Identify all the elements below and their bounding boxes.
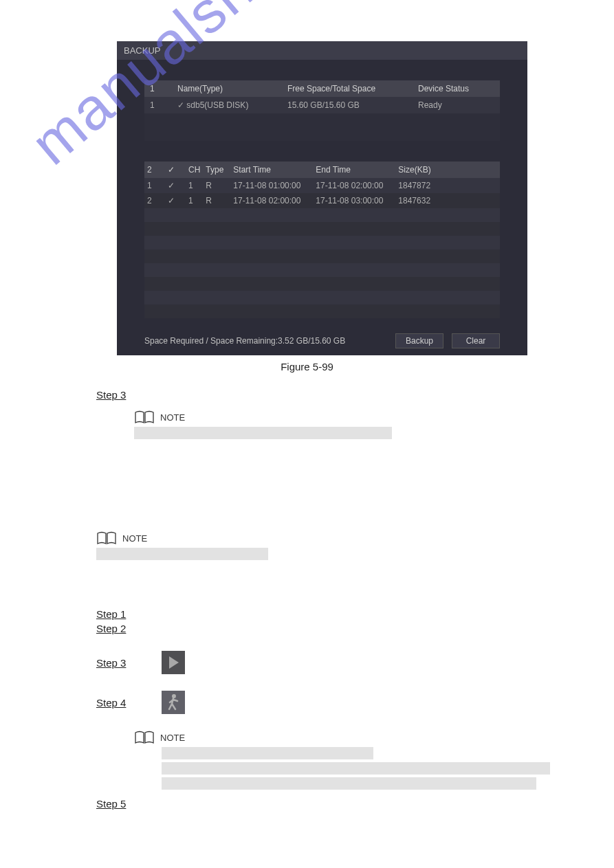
device-table: 1 Name(Type) Free Space/Total Space Devi… bbox=[144, 80, 500, 141]
device-col-status: Device Status bbox=[413, 80, 500, 97]
file-blank-row bbox=[144, 277, 500, 291]
file-col-count: 2 bbox=[144, 162, 165, 178]
file-blank-row bbox=[144, 222, 500, 236]
svg-point-0 bbox=[172, 694, 176, 698]
file-row-type: R bbox=[203, 178, 230, 193]
note-block: NOTE bbox=[96, 531, 600, 545]
file-row-type: R bbox=[203, 193, 230, 208]
file-row-ch: 1 bbox=[186, 178, 203, 193]
file-row-end: 17-11-08 02:00:00 bbox=[313, 178, 395, 193]
step-3-label: Step 3 bbox=[96, 389, 126, 401]
file-col-check[interactable]: ✓ bbox=[165, 162, 186, 178]
backup-window: BACKUP 1 Name(Type) Free Space/Total Spa… bbox=[117, 41, 527, 355]
device-row-name: ✓ sdb5(USB DISK) bbox=[172, 97, 282, 113]
file-col-start: Start Time bbox=[230, 162, 313, 178]
file-row-check[interactable]: ✓ bbox=[165, 193, 186, 208]
note-book-icon bbox=[134, 731, 155, 744]
note-book-icon bbox=[134, 410, 155, 424]
file-row-idx: 2 bbox=[144, 193, 165, 208]
redacted-text bbox=[134, 427, 392, 439]
file-row[interactable]: 2 ✓ 1 R 17-11-08 02:00:00 17-11-08 03:00… bbox=[144, 193, 500, 208]
device-row[interactable]: 1 ✓ sdb5(USB DISK) 15.60 GB/15.60 GB Rea… bbox=[144, 97, 500, 113]
file-row[interactable]: 1 ✓ 1 R 17-11-08 01:00:00 17-11-08 02:00… bbox=[144, 178, 500, 193]
check-icon: ✓ bbox=[177, 100, 184, 110]
space-status-text: Space Required / Space Remaining:3.52 GB… bbox=[144, 336, 387, 346]
step-3b-label: Step 3 bbox=[96, 657, 134, 669]
step-5-label: Step 5 bbox=[96, 798, 126, 810]
redacted-text bbox=[96, 548, 268, 560]
pedestrian-icon bbox=[162, 691, 185, 714]
file-table: 2 ✓ CH Type Start Time End Time Size(KB)… bbox=[144, 162, 500, 318]
file-row-check[interactable]: ✓ bbox=[165, 178, 186, 193]
note-label: NOTE bbox=[122, 533, 147, 544]
redacted-text bbox=[162, 747, 373, 759]
steps-section: Step 3 NOTE NOTE Step 1 Step 2 Step 3 St… bbox=[96, 389, 600, 810]
device-row-idx: 1 bbox=[144, 97, 172, 113]
file-col-ch: CH bbox=[186, 162, 203, 178]
step-4-label: Step 4 bbox=[96, 697, 134, 709]
file-col-end: End Time bbox=[313, 162, 395, 178]
file-col-size: Size(KB) bbox=[395, 162, 500, 178]
file-row-idx: 1 bbox=[144, 178, 165, 193]
step-2-label: Step 2 bbox=[96, 623, 126, 634]
step-3-row: Step 3 bbox=[96, 651, 600, 674]
device-col-space: Free Space/Total Space bbox=[282, 80, 413, 97]
figure-caption: Figure 5-99 bbox=[14, 361, 600, 372]
device-row-status: Ready bbox=[413, 97, 500, 113]
file-col-type: Type bbox=[203, 162, 230, 178]
backup-button[interactable]: Backup bbox=[395, 333, 443, 348]
file-row-start: 17-11-08 02:00:00 bbox=[230, 193, 313, 208]
play-icon bbox=[162, 651, 185, 674]
file-blank-row bbox=[144, 291, 500, 304]
redacted-text bbox=[162, 762, 550, 775]
file-table-header-row: 2 ✓ CH Type Start Time End Time Size(KB) bbox=[144, 162, 500, 178]
note-block: NOTE bbox=[134, 410, 600, 424]
device-col-idx: 1 bbox=[144, 80, 172, 97]
device-blank-row bbox=[144, 113, 500, 127]
window-title: BACKUP bbox=[117, 41, 527, 60]
redacted-text bbox=[162, 777, 536, 790]
file-row-size: 1847872 bbox=[395, 178, 500, 193]
file-row-start: 17-11-08 01:00:00 bbox=[230, 178, 313, 193]
step-4-row: Step 4 bbox=[96, 691, 600, 714]
file-row-size: 1847632 bbox=[395, 193, 500, 208]
backup-footer: Space Required / Space Remaining:3.52 GB… bbox=[117, 326, 527, 355]
file-blank-row bbox=[144, 208, 500, 222]
file-blank-row bbox=[144, 304, 500, 318]
clear-button[interactable]: Clear bbox=[452, 333, 500, 348]
device-col-name: Name(Type) bbox=[172, 80, 282, 97]
device-table-header-row: 1 Name(Type) Free Space/Total Space Devi… bbox=[144, 80, 500, 97]
file-row-ch: 1 bbox=[186, 193, 203, 208]
device-row-space: 15.60 GB/15.60 GB bbox=[282, 97, 413, 113]
note-label: NOTE bbox=[160, 733, 185, 743]
file-blank-row bbox=[144, 263, 500, 277]
file-blank-row bbox=[144, 249, 500, 263]
device-name-text: sdb5(USB DISK) bbox=[186, 100, 248, 110]
device-blank-row bbox=[144, 127, 500, 141]
step-1-label: Step 1 bbox=[96, 608, 126, 620]
note-book-icon bbox=[96, 531, 117, 545]
note-block: NOTE bbox=[134, 731, 600, 744]
file-blank-row bbox=[144, 236, 500, 249]
note-label: NOTE bbox=[160, 412, 185, 423]
file-row-end: 17-11-08 03:00:00 bbox=[313, 193, 395, 208]
backup-body: 1 Name(Type) Free Space/Total Space Devi… bbox=[117, 60, 527, 326]
